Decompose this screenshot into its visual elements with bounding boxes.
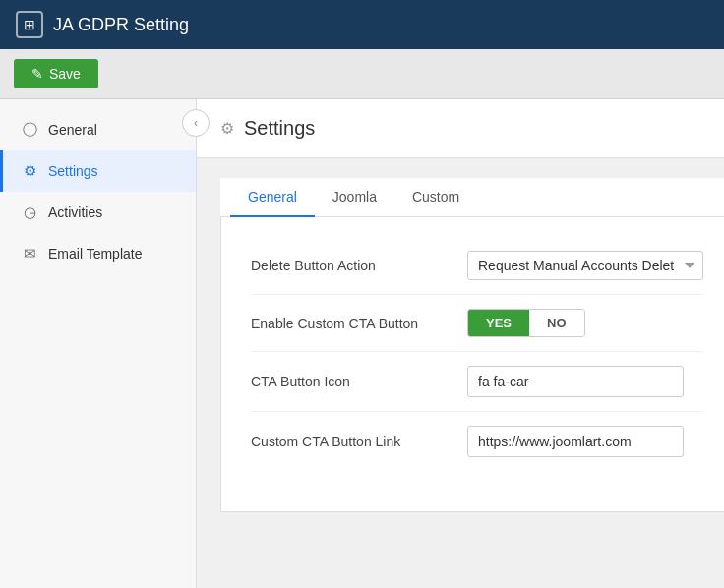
sidebar-item-email-template-label: Email Template (48, 246, 142, 262)
form-row-cta-link: Custom CTA Button Link (251, 412, 703, 471)
info-icon: ⓘ (21, 121, 38, 139)
cta-icon-control (467, 366, 703, 397)
settings-card: Delete Button Action Request Manual Acco… (220, 217, 724, 512)
sidebar-item-general-label: General (48, 122, 97, 138)
toggle-group-cta: YES NO (467, 309, 585, 337)
enable-cta-control: YES NO (467, 309, 703, 337)
sidebar-item-activities-label: Activities (48, 205, 102, 220)
save-icon: ✎ (31, 66, 43, 82)
cta-link-input[interactable] (467, 426, 684, 457)
enable-cta-label: Enable Custom CTA Button (251, 316, 467, 331)
cta-icon-input[interactable] (467, 366, 684, 397)
tab-general[interactable]: General (230, 178, 315, 217)
save-label: Save (49, 66, 81, 82)
sidebar-toggle-button[interactable]: ‹ (182, 109, 210, 137)
delete-action-select[interactable]: Request Manual Accounts Delet (467, 251, 703, 280)
sidebar-item-activities[interactable]: ◷ Activities (0, 192, 196, 233)
tab-joomla[interactable]: Joomla (315, 178, 394, 217)
toolbar: ✎ Save (0, 49, 724, 99)
sidebar-menu: ⓘ General ⚙ Settings ◷ Activities ✉ Emai… (0, 99, 196, 274)
sidebar-item-email-template[interactable]: ✉ Email Template (0, 233, 196, 274)
cta-icon-label: CTA Button Icon (251, 374, 467, 389)
clock-icon: ◷ (21, 204, 38, 221)
form-row-enable-cta: Enable Custom CTA Button YES NO (251, 295, 703, 352)
envelope-icon: ✉ (21, 245, 38, 263)
sidebar-item-settings-label: Settings (48, 163, 98, 179)
sidebar: ‹ ⓘ General ⚙ Settings ◷ Activities ✉ Em… (0, 99, 197, 588)
settings-icon: ⚙ (21, 162, 38, 180)
toggle-yes-button[interactable]: YES (468, 310, 529, 336)
content-area: General Joomla Custom Delete Button Acti… (197, 158, 724, 532)
page-header: ⚙ Settings (197, 99, 724, 158)
page-title: Settings (244, 117, 315, 140)
delete-action-label: Delete Button Action (251, 258, 467, 273)
form-row-cta-icon: CTA Button Icon (251, 352, 703, 412)
cta-link-label: Custom CTA Button Link (251, 434, 467, 449)
page-header-icon: ⚙ (220, 119, 234, 138)
form-row-delete-action: Delete Button Action Request Manual Acco… (251, 237, 703, 295)
main-content: ⚙ Settings General Joomla Custom (197, 99, 724, 588)
app-title: JA GDPR Setting (53, 15, 189, 35)
topbar: ⊞ JA GDPR Setting (0, 0, 724, 49)
main-layout: ‹ ⓘ General ⚙ Settings ◷ Activities ✉ Em… (0, 99, 724, 588)
cta-link-control (467, 426, 703, 457)
app-icon: ⊞ (16, 11, 43, 38)
save-button[interactable]: ✎ Save (14, 59, 98, 88)
delete-action-control: Request Manual Accounts Delet (467, 251, 703, 280)
tab-bar: General Joomla Custom (220, 178, 724, 217)
sidebar-item-general[interactable]: ⓘ General (0, 109, 196, 150)
tab-custom[interactable]: Custom (394, 178, 477, 217)
toggle-no-button[interactable]: NO (529, 310, 584, 336)
sidebar-item-settings[interactable]: ⚙ Settings (0, 150, 196, 192)
